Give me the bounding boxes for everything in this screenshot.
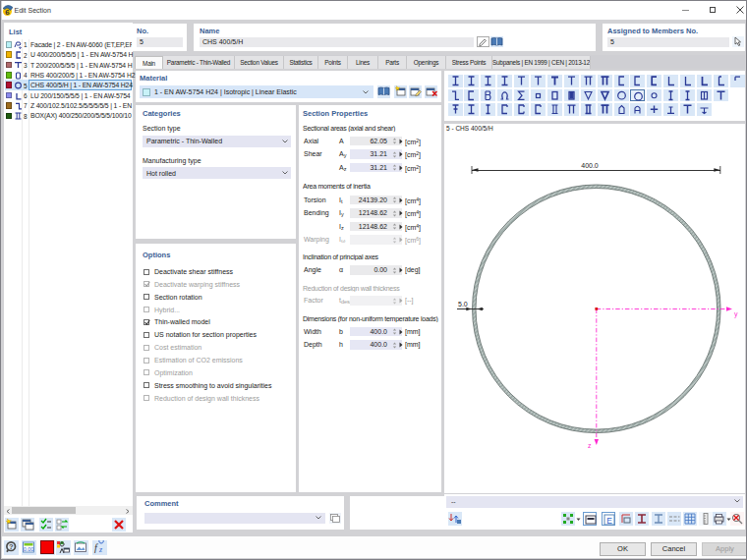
svg-text:?: ?: [9, 542, 14, 551]
svg-text:400.0: 400.0: [581, 162, 599, 169]
svg-text:E: E: [606, 516, 612, 526]
svg-text:y: y: [734, 310, 738, 318]
svg-text:5.0: 5.0: [458, 301, 468, 308]
svg-text:f: f: [94, 542, 98, 553]
svg-text:0.00: 0.00: [24, 546, 34, 552]
svg-text:z: z: [588, 442, 592, 449]
svg-text:z: z: [98, 545, 103, 554]
